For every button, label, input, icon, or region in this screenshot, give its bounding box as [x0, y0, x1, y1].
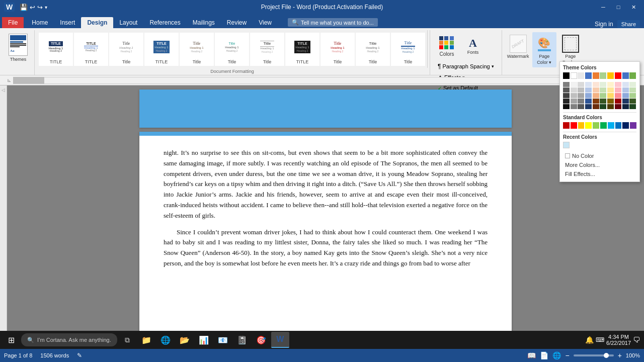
shade-cell[interactable]: [622, 87, 629, 93]
restore-button[interactable]: □: [612, 2, 625, 12]
shade-cell[interactable]: [600, 82, 606, 87]
shade-cell[interactable]: [622, 93, 629, 98]
shade-cell[interactable]: [585, 99, 592, 104]
style-item-title11[interactable]: Title Heading 1 Heading 2 Title: [391, 33, 425, 66]
theme-color-cell[interactable]: [593, 72, 599, 79]
std-color-cell[interactable]: [615, 122, 622, 129]
view-read-icon[interactable]: 📖: [527, 351, 536, 359]
taskbar-keyboard-icon[interactable]: ⌨: [596, 336, 604, 343]
shade-cell[interactable]: [607, 82, 614, 87]
std-color-cell[interactable]: [622, 122, 629, 129]
shade-cell[interactable]: [571, 104, 577, 109]
shade-cell[interactable]: [607, 99, 614, 104]
outlook-button[interactable]: 📧: [214, 332, 232, 348]
style-item-title3[interactable]: Title Heading 1 Heading 2 Title: [109, 33, 143, 66]
shade-cell[interactable]: [622, 82, 629, 87]
shade-cell[interactable]: [585, 82, 592, 87]
edge-button[interactable]: 🌐: [156, 332, 175, 348]
left-sidebar-marker[interactable]: ◁: [0, 87, 7, 93]
shade-cell[interactable]: [563, 93, 570, 98]
theme-color-cell[interactable]: [563, 72, 570, 79]
theme-color-cell[interactable]: [585, 72, 592, 79]
zoom-slider[interactable]: [574, 354, 614, 356]
theme-color-cell[interactable]: [622, 72, 629, 79]
theme-color-cell[interactable]: [615, 72, 621, 79]
shade-cell[interactable]: [615, 87, 621, 93]
tab-mailings[interactable]: Mailings: [187, 17, 221, 28]
shade-cell[interactable]: [607, 104, 614, 109]
minimize-button[interactable]: ─: [597, 2, 610, 12]
files-button[interactable]: 📂: [176, 332, 194, 348]
shade-cell[interactable]: [571, 93, 577, 98]
tab-file[interactable]: File: [2, 17, 24, 28]
shade-cell[interactable]: [563, 87, 570, 93]
shade-cell[interactable]: [629, 99, 636, 104]
close-button[interactable]: ✕: [627, 2, 640, 12]
style-item-title9[interactable]: Title Heading 1 Heading 2 Title: [320, 33, 355, 66]
shade-cell[interactable]: [615, 99, 621, 104]
shade-cell[interactable]: [607, 87, 614, 93]
theme-color-cell[interactable]: [571, 72, 577, 79]
style-item-title6[interactable]: Title Heading 1 Heading 2 Title: [215, 33, 249, 66]
tab-references[interactable]: References: [143, 17, 186, 28]
shade-cell[interactable]: [578, 82, 584, 87]
sign-in-link[interactable]: Sign in: [595, 21, 613, 28]
ribbon-search-box[interactable]: 🔍 Tell me what you want to do...: [288, 18, 378, 27]
shade-cell[interactable]: [585, 104, 592, 109]
taskbar-notification-icon[interactable]: 🔔: [585, 336, 594, 344]
shade-cell[interactable]: [571, 87, 577, 93]
shade-cell[interactable]: [629, 82, 636, 87]
shade-cell[interactable]: [629, 104, 636, 109]
zoom-out-button[interactable]: −: [565, 351, 569, 359]
onenote-button[interactable]: 📓: [233, 332, 251, 348]
task-view-button[interactable]: ⧉: [118, 332, 136, 348]
style-item-title1[interactable]: TITLE Heading 1 Heading 2 TITLE: [39, 33, 73, 66]
zoom-thumb[interactable]: [604, 353, 609, 358]
std-color-cell[interactable]: [630, 122, 636, 129]
ruler-tab-icon[interactable]: ⊾: [7, 77, 11, 83]
share-button[interactable]: Share: [617, 20, 640, 28]
shade-cell[interactable]: [571, 82, 577, 87]
std-color-cell[interactable]: [571, 122, 577, 129]
tab-home[interactable]: Home: [26, 17, 54, 28]
shade-cell[interactable]: [607, 93, 614, 98]
quick-access-save[interactable]: 💾: [20, 4, 28, 11]
tab-review[interactable]: Review: [221, 17, 253, 28]
shade-cell[interactable]: [615, 82, 621, 87]
shade-cell[interactable]: [578, 93, 584, 98]
page-color-button[interactable]: 🎨 Page Color ▾: [532, 32, 556, 67]
word-logo-icon[interactable]: W: [4, 3, 15, 12]
shade-cell[interactable]: [563, 104, 570, 109]
excel-button[interactable]: 📊: [195, 332, 213, 348]
style-item-title2[interactable]: TITLE Heading 1 Heading 2 TITLE: [74, 33, 108, 66]
shade-cell[interactable]: [593, 93, 599, 98]
no-color-option[interactable]: No Color: [563, 151, 636, 160]
tab-view[interactable]: View: [253, 17, 278, 28]
word-taskbar-button[interactable]: W: [271, 332, 289, 348]
tab-insert[interactable]: Insert: [54, 17, 81, 28]
fill-effects-option[interactable]: Fill Effects...: [563, 169, 636, 178]
shade-cell[interactable]: [629, 87, 636, 93]
zoom-in-button[interactable]: +: [618, 351, 622, 359]
shade-cell[interactable]: [622, 104, 629, 109]
more-colors-option[interactable]: More Colors...: [563, 160, 636, 169]
quick-access-undo[interactable]: ↩: [30, 4, 35, 11]
fonts-button[interactable]: A Fonts: [461, 32, 485, 60]
shade-cell[interactable]: [622, 99, 629, 104]
shade-cell[interactable]: [600, 87, 606, 93]
shade-cell[interactable]: [585, 87, 592, 93]
proofing-icon[interactable]: ✎: [77, 352, 82, 359]
std-color-cell[interactable]: [578, 122, 585, 129]
std-color-cell[interactable]: [600, 122, 607, 129]
shade-cell[interactable]: [593, 104, 599, 109]
cortana-search[interactable]: 🔍 I’m Cortana. Ask me anything.: [21, 333, 117, 346]
quick-access-redo[interactable]: ↪: [37, 4, 43, 11]
style-item-title10[interactable]: Title Heading 1 Heading 2 Title: [356, 33, 390, 66]
start-button[interactable]: ⊞: [2, 332, 20, 348]
themes-button[interactable]: Aa Themes: [6, 32, 30, 63]
shade-cell[interactable]: [578, 104, 584, 109]
shade-cell[interactable]: [585, 93, 592, 98]
document-scroll-area[interactable]: night. It’s no surprise to see this on s…: [7, 85, 644, 349]
tab-layout[interactable]: Layout: [113, 17, 143, 28]
shade-cell[interactable]: [629, 93, 636, 98]
